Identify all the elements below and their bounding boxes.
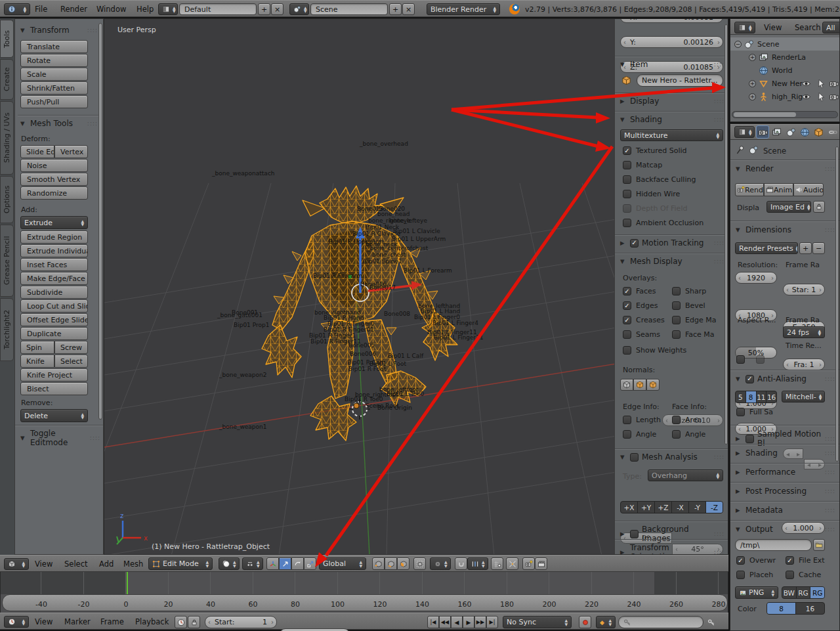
preview-range-button[interactable]	[175, 616, 187, 628]
push-pull-button[interactable]: Push/Pull	[20, 95, 88, 108]
file-extensions-checkbox[interactable]: File Ext	[786, 556, 825, 565]
checkbox-icon[interactable]	[630, 239, 639, 248]
checkbox-icon[interactable]	[623, 175, 631, 184]
bevel-checkbox[interactable]: Bevel	[672, 301, 705, 310]
face-normals-button[interactable]	[646, 379, 660, 391]
checkbox-icon[interactable]	[623, 204, 631, 213]
panel-header-output[interactable]: ▼Output::::	[736, 525, 835, 534]
render-still-button[interactable]: Rend	[735, 183, 764, 196]
selectability-cursor-icon[interactable]	[816, 79, 826, 89]
outliner-row-scene[interactable]: − Scene	[730, 37, 839, 51]
play-button[interactable]: ▶	[463, 616, 474, 628]
tab-options[interactable]: Options	[0, 176, 14, 223]
scale-manipulator-button[interactable]	[304, 557, 316, 570]
show-weights-checkbox[interactable]: Show Weights	[623, 346, 686, 355]
channels-rgb-button[interactable]: RG	[797, 587, 811, 598]
duplicate-button[interactable]: Duplicate	[20, 327, 88, 340]
panel-header-dimensions[interactable]: ▼Dimensions::::	[736, 225, 835, 234]
noise-button[interactable]: Noise	[20, 159, 88, 172]
manipulate-center-points-button[interactable]	[506, 557, 518, 570]
visibility-eye-icon[interactable]	[801, 79, 811, 89]
checkbox-icon[interactable]	[746, 375, 754, 383]
axis-minus-y-button[interactable]: -Y	[689, 502, 706, 513]
extrude-region-button[interactable]: Extrude Region	[20, 230, 88, 244]
tab-world[interactable]	[799, 125, 811, 139]
tab-constraints[interactable]	[827, 125, 839, 139]
timeline-scrubber-bar[interactable]: -40-200204060801001201401601802002202402…	[2, 594, 728, 611]
matcap-checkbox[interactable]: Matcap	[623, 161, 662, 169]
subdivide-button[interactable]: Subdivide	[20, 286, 88, 299]
smooth-vertex-button[interactable]: Smooth Vertex	[20, 173, 88, 186]
panel-header-sampled-motion-blur[interactable]: ▶Sampled Motion Bl::::	[736, 429, 835, 448]
extrude-individual-button[interactable]: Extrude Individual	[20, 244, 88, 257]
checkbox-icon[interactable]	[623, 161, 631, 169]
creases-checkbox[interactable]: Creases	[623, 316, 665, 324]
panel-header-anti-aliasing[interactable]: ▼Anti-Aliasing::::	[736, 374, 835, 383]
rotate-button[interactable]: Rotate	[20, 54, 88, 67]
outliner-row-high-rig[interactable]: + high_Rig	[730, 90, 839, 103]
render-engine-dropdown[interactable]: Blender Render▲▼	[427, 3, 500, 15]
panel-header-transform-orientations[interactable]: ▶Transform Orientations::::	[620, 543, 724, 555]
pin-icon[interactable]	[736, 145, 746, 155]
editor-type-outliner-selector[interactable]: ▲▼	[734, 22, 755, 33]
checkbox-icon[interactable]	[630, 530, 639, 538]
hidden-wire-checkbox[interactable]: Hidden Wire	[623, 190, 680, 198]
checkbox-icon[interactable]	[672, 316, 681, 324]
face-area-checkbox[interactable]: Area	[672, 416, 702, 424]
jump-next-keyframe-button[interactable]: ▶▶	[474, 616, 486, 628]
interaction-mode-dropdown[interactable]: Edit Mode▲▼	[148, 557, 213, 570]
aa-filter-dropdown[interactable]: Mitchell-▲▼	[782, 391, 825, 403]
delete-layout-button[interactable]: ×	[271, 3, 284, 15]
add-layout-button[interactable]: +	[258, 3, 270, 15]
jump-to-start-button[interactable]: |◀	[427, 616, 439, 628]
screen-layout-name-field[interactable]: Default	[179, 3, 257, 15]
checkbox-icon[interactable]	[623, 146, 631, 155]
tab-tools[interactable]: Tools	[0, 20, 14, 58]
panel-header-motion-tracking[interactable]: ▶Motion Tracking::::	[620, 238, 724, 248]
panel-header-transform[interactable]: ▼Transform::::	[20, 26, 98, 35]
checkbox-icon[interactable]	[736, 571, 745, 579]
placeholders-checkbox[interactable]: Placeh	[736, 571, 773, 579]
aa-samples-16-button[interactable]: 16	[766, 391, 776, 403]
checkbox-icon[interactable]	[786, 571, 794, 579]
menu-select[interactable]: Select	[64, 559, 87, 569]
tab-create[interactable]: Create	[0, 59, 14, 100]
browse-folder-button[interactable]	[813, 539, 825, 551]
add-preset-button[interactable]: +	[799, 242, 812, 254]
menu-frame[interactable]: Frame	[100, 617, 124, 626]
depth-16-button[interactable]: 16	[796, 603, 824, 614]
frame-start-field[interactable]: ‹Start:1›	[205, 616, 277, 628]
renderability-camera-icon[interactable]	[829, 92, 839, 102]
proportional-edit-dropdown[interactable]: ▲▼	[430, 557, 451, 570]
outliner-row-new-hero[interactable]: + New Her	[730, 77, 839, 90]
collapse-icon[interactable]: −	[734, 41, 742, 48]
limit-selection-visible-button[interactable]	[413, 557, 426, 570]
face-angle-checkbox[interactable]: Angle	[672, 430, 705, 439]
remove-preset-button[interactable]: −	[812, 242, 825, 254]
shading-mode-dropdown[interactable]: Multitexture▲▼	[620, 129, 723, 141]
slide-edge-button[interactable]: Slide Ed	[20, 145, 54, 158]
vertex-slide-button[interactable]: Vertex	[54, 145, 88, 158]
checkbox-icon[interactable]	[672, 330, 681, 339]
inset-faces-button[interactable]: Inset Faces	[20, 258, 88, 271]
checkbox-icon[interactable]	[623, 330, 631, 339]
cache-result-checkbox[interactable]: Cache	[786, 571, 821, 579]
viewport-shading-dropdown[interactable]: ▲▼	[219, 557, 240, 570]
backface-culling-checkbox[interactable]: Backface Culling	[623, 175, 696, 184]
edge-marks-checkbox[interactable]: Edge Ma	[672, 316, 716, 324]
extrude-dropdown[interactable]: Extrude▲▼	[20, 216, 88, 229]
display-filter-dropdown[interactable]: All	[822, 22, 840, 33]
tab-scene[interactable]	[784, 125, 797, 139]
faces-checkbox[interactable]: Faces	[623, 287, 656, 295]
scene-icon-selector[interactable]: ▲▼	[289, 3, 309, 15]
scale-button[interactable]: Scale	[20, 68, 88, 81]
menu-view[interactable]: View	[35, 559, 52, 569]
textured-solid-checkbox[interactable]: Textured Solid	[623, 146, 687, 155]
screw-button[interactable]: Screw	[54, 341, 88, 354]
frame-start-field[interactable]: ‹Star: 1›	[783, 284, 825, 295]
checkbox-icon[interactable]	[672, 430, 681, 439]
panel-header-shading[interactable]: ▶Shading::::	[736, 448, 835, 458]
editor-type-timeline-selector[interactable]: ▲▼	[4, 616, 29, 628]
transform-x-field[interactable]: ‹X:0.00081›	[620, 19, 723, 23]
selectability-cursor-icon[interactable]	[816, 92, 826, 102]
